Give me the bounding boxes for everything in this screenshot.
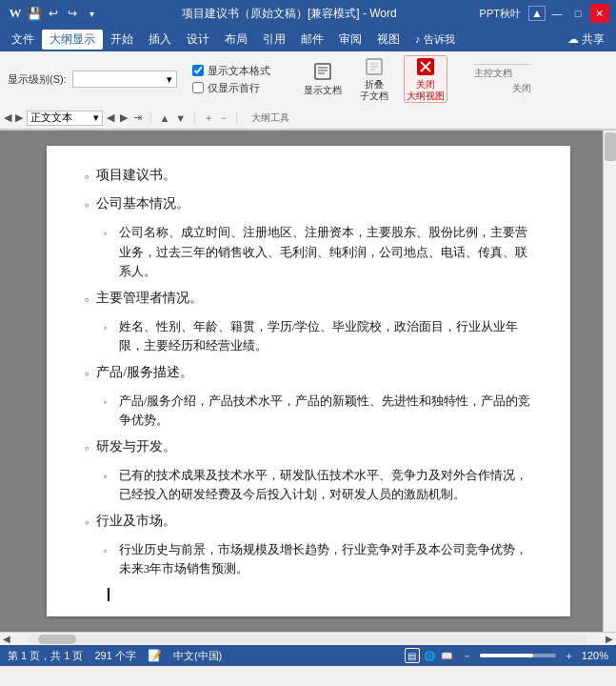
menu-help[interactable]: ♪ 告诉我 [407, 30, 463, 49]
collapse-btn[interactable]: － [219, 111, 229, 125]
expand-btn[interactable]: ＋ [204, 111, 213, 125]
move-up-btn[interactable]: ▲ [159, 112, 169, 124]
style-arrow-icon: ▾ [93, 111, 99, 124]
outline-text: 已有的技术成果及技术水平，研发队伍技术水平、竞争力及对外合作情况，已经投入的研发… [119, 466, 532, 506]
save-icon[interactable]: 💾 [27, 6, 42, 21]
menu-design[interactable]: 设计 [179, 30, 217, 50]
ribbon-buttons: 显示文档 折叠子文档 [301, 55, 447, 103]
zoom-out-btn[interactable]: － [462, 649, 472, 663]
window-controls: PPT秋叶 ▲ — □ ✕ [480, 4, 608, 23]
redo-icon[interactable]: ↪ [65, 6, 80, 21]
style-dropdown[interactable]: 正文文本 ▾ [27, 111, 103, 126]
title-bar: W 💾 ↩ ↪ ▾ 项目建议书（原始文稿）[兼容模式] - Word PPT秋叶… [0, 0, 616, 27]
minimize-button[interactable]: — [547, 4, 566, 23]
outline-entry-2: ◦公司基本情况。 [85, 193, 532, 216]
ribbon-controls-area: 显示级别(S): ▾ 显示文本格式 仅显示首行 [0, 51, 616, 107]
undo-icon[interactable]: ↩ [46, 6, 61, 21]
menu-outline[interactable]: 大纲显示 [42, 30, 103, 50]
maximize-button[interactable]: □ [568, 4, 587, 23]
h-scrollbar: ◀ ▶ [0, 632, 616, 645]
language: 中文(中国) [173, 649, 222, 663]
zoom-fill [480, 654, 533, 657]
move-down-btn[interactable]: ▼ [175, 112, 186, 124]
fold-label: 折叠子文档 [360, 79, 388, 102]
demote-btn[interactable]: ▶ [120, 111, 128, 124]
menu-share[interactable]: ☁ 共享 [560, 30, 612, 50]
menu-file[interactable]: 文件 [4, 30, 42, 50]
menu-layout[interactable]: 布局 [217, 30, 255, 50]
level-label: 显示级别(S): [8, 72, 67, 87]
title-bar-left: W 💾 ↩ ↪ ▾ [8, 6, 99, 21]
ribbon-collapse-btn[interactable]: ▲ [528, 6, 546, 21]
show-first-line-row: 仅显示首行 [192, 81, 270, 95]
show-doc-icon [312, 61, 333, 82]
outline-bullet: ◦ [104, 319, 108, 337]
print-view-btn[interactable]: ▤ [405, 648, 420, 663]
outline-bullet: ◦ [85, 195, 89, 216]
outline-entry-10: ◦行业及市场。 [85, 511, 532, 534]
window-title: 项目建议书（原始文稿）[兼容模式] - Word [99, 6, 480, 22]
menu-references[interactable]: 引用 [255, 30, 293, 50]
demote-text-btn[interactable]: ⇥ [133, 111, 142, 124]
menu-home[interactable]: 开始 [103, 30, 141, 50]
outline-text: 公司名称、成立时间、注册地区、注册资本，主要股东、股份比例，主要营业务，过去三年… [119, 223, 532, 282]
doc-area: ◦项目建议书。◦公司基本情况。◦公司名称、成立时间、注册地区、注册资本，主要股东… [0, 131, 616, 632]
outline-up-btn[interactable]: ◀ [4, 111, 11, 124]
show-doc-button[interactable]: 显示文档 [301, 55, 345, 103]
view-buttons: ▤ 🌐 📖 [405, 648, 454, 663]
customize-icon[interactable]: ▾ [84, 6, 99, 21]
svg-rect-0 [315, 64, 330, 79]
show-first-line-checkbox[interactable] [192, 82, 204, 93]
zoom-slider[interactable] [480, 654, 556, 657]
outline-bullet: ◦ [85, 513, 89, 534]
outline-text: 产品/服务介绍，产品技术水平，产品的新颖性、先进性和独特性，产品的竞争优势。 [119, 392, 532, 432]
level-control: 显示级别(S): ▾ [8, 71, 177, 88]
show-format-checkbox[interactable] [192, 65, 204, 76]
menu-bar: 文件 大纲显示 开始 插入 设计 布局 引用 邮件 审阅 视图 ♪ 告诉我 ☁ … [0, 27, 616, 51]
outline-text: 产品/服务描述。 [96, 362, 531, 383]
scroll-left-btn[interactable]: ◀ [0, 633, 13, 646]
tools-label: 大纲工具 [244, 111, 297, 125]
outline-text: 行业及市场。 [96, 511, 531, 532]
outline-bullet: ◦ [85, 438, 89, 459]
page-info: 第 1 页，共 1 页 [8, 649, 83, 663]
zoom-in-btn[interactable]: ＋ [564, 649, 574, 663]
h-scroll-track[interactable] [29, 635, 587, 644]
h-scroll-thumb[interactable] [38, 635, 76, 644]
menu-insert[interactable]: 插入 [141, 30, 179, 50]
promote-btn[interactable]: ◀ [107, 111, 114, 124]
close-button[interactable]: ✕ [589, 4, 608, 23]
close-outline-icon [415, 56, 436, 77]
outline-entry-3: ◦公司名称、成立时间、注册地区、注册资本，主要股东、股份比例，主要营业务，过去三… [85, 223, 532, 282]
outline-entry-5: ◦姓名、性别、年龄、籍贯，学历/学位、毕业院校，政治面目，行业从业年限，主要经历… [85, 317, 532, 357]
menu-review[interactable]: 审阅 [331, 30, 369, 50]
menu-view[interactable]: 视图 [369, 30, 407, 50]
outline-bullet: ◦ [85, 364, 89, 385]
outline-text: 项目建议书。 [96, 165, 531, 186]
outline-down-btn[interactable]: ▶ [15, 111, 23, 124]
outline-text: 主要管理者情况。 [96, 288, 531, 309]
fold-subdoc-button[interactable]: 折叠子文档 [352, 55, 396, 103]
outline-text: 行业历史与前景，市场规模及增长趋势，行业竞争对手及本公司竞争优势，未来3年市场销… [119, 540, 532, 580]
level-dropdown[interactable]: ▾ [72, 71, 177, 88]
spell-icon: 📝 [148, 649, 162, 662]
outline-text: 研发与开发。 [96, 436, 531, 457]
v-scrollbar[interactable] [603, 131, 616, 632]
outline-entry-8: ◦研发与开发。 [85, 436, 532, 459]
doc-page: ◦项目建议书。◦公司基本情况。◦公司名称、成立时间、注册地区、注册资本，主要股东… [47, 146, 570, 616]
read-view-btn[interactable]: 📖 [439, 648, 454, 663]
web-view-btn[interactable]: 🌐 [422, 648, 437, 663]
outline-entry-7: ◦产品/服务介绍，产品技术水平，产品的新颖性、先进性和独特性，产品的竞争优势。 [85, 392, 532, 432]
close-outline-button[interactable]: 关闭大纲视图 [404, 55, 447, 103]
outline-bullet: ◦ [85, 167, 89, 188]
outline-bullet: ◦ [104, 468, 108, 486]
outline-bullet: ◦ [85, 290, 89, 311]
outline-entry-1: ◦项目建议书。 [85, 165, 532, 188]
outline-bullet: ◦ [104, 542, 108, 560]
menu-mailings[interactable]: 邮件 [293, 30, 331, 50]
show-first-line-label: 仅显示首行 [208, 81, 260, 95]
scroll-right-btn[interactable]: ▶ [603, 633, 616, 646]
ppt-label: PPT秋叶 [480, 7, 521, 21]
text-cursor [108, 588, 109, 601]
v-scroll-thumb[interactable] [605, 132, 616, 161]
